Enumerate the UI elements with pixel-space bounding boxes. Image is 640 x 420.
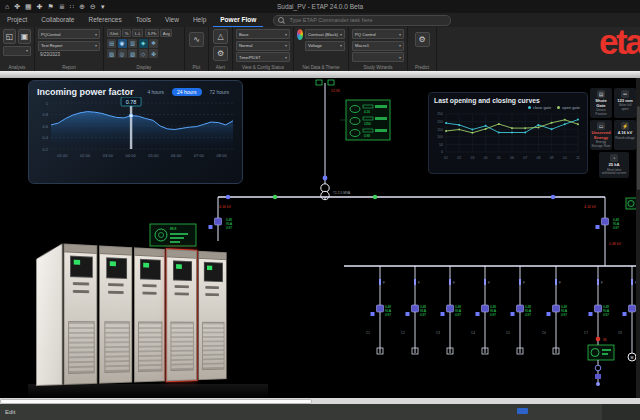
- display-icon[interactable]: ◈: [139, 39, 148, 48]
- cabinet-vent: [68, 321, 94, 374]
- cabinet-handle: [206, 293, 220, 296]
- svg-text:0.8: 0.8: [42, 112, 48, 117]
- ribbon-dropdown-macro1[interactable]: Macro1▾: [352, 41, 404, 51]
- info-tile-3[interactable]: ▭Unserved EnergyEnergy Storage Rate: [590, 120, 612, 150]
- range-tab-24-hours[interactable]: 24 hours: [172, 88, 201, 96]
- color-wheel-icon[interactable]: [297, 29, 303, 40]
- svg-text:M: M: [631, 356, 634, 360]
- ribbon-group-analysis: ◱▣ ▾Analysis: [0, 27, 35, 71]
- switchgear-floor: [28, 384, 268, 398]
- alert-settings-icon[interactable]: ⚙: [213, 46, 228, 61]
- plot-icon[interactable]: ∿: [189, 32, 204, 47]
- svg-text:F: F: [523, 281, 525, 285]
- gate-curves-chart[interactable]: 0102030405060708091011250200150100500: [434, 110, 582, 168]
- ribbon-group-label: View & Config Status: [233, 65, 293, 70]
- svg-text:F: F: [488, 281, 490, 285]
- svg-text:02:00: 02:00: [80, 153, 91, 158]
- info-tile-1[interactable]: ▤Shute GateDevice Position: [590, 88, 612, 118]
- tab-power-flow[interactable]: Power Flow: [213, 13, 263, 28]
- svg-text:C6: C6: [542, 331, 546, 335]
- switchgear-cabinet-5[interactable]: [198, 251, 227, 380]
- search-input[interactable]: [287, 16, 446, 24]
- switchgear-cabinet-3[interactable]: [134, 247, 165, 382]
- analysis-icon[interactable]: ▣: [18, 29, 31, 44]
- switchgear-cabinet-4[interactable]: [167, 249, 197, 381]
- svg-text:52-IN: 52-IN: [331, 89, 340, 93]
- analysis-icon[interactable]: ◱: [3, 29, 16, 44]
- info-tile-5[interactable]: ◔25 kAShort time withstand current: [599, 152, 629, 177]
- svg-text:0.97: 0.97: [603, 313, 609, 317]
- info-tile-subtitle: Valve full open: [615, 104, 635, 111]
- display-option-3Ph[interactable]: 3-Ph: [145, 29, 159, 37]
- alert-bell-icon[interactable]: △: [213, 29, 228, 44]
- display-option-LL[interactable]: L-L: [132, 29, 143, 37]
- display-option-Unit[interactable]: /Unit: [107, 29, 121, 37]
- display-icon[interactable]: ◉: [118, 39, 127, 48]
- theme-dropdown-contrast-black-[interactable]: Contrast (Black)▾: [305, 29, 345, 39]
- report-dropdown-1[interactable]: Text Report▾: [38, 41, 100, 51]
- menu-item-collaborate[interactable]: Collaborate: [34, 13, 81, 26]
- svg-text:F: F: [601, 281, 603, 285]
- menu-item-references[interactable]: References: [81, 13, 128, 26]
- ribbon-dropdown-[interactable]: ▾: [352, 52, 404, 62]
- svg-text:C1: C1: [366, 331, 370, 335]
- info-tile-subtitle: Device Position: [591, 109, 611, 116]
- display-icon[interactable]: ✤: [149, 49, 158, 58]
- analysis-dropdown[interactable]: ▾: [3, 46, 31, 56]
- switchgear-cabinet-2[interactable]: [99, 245, 132, 383]
- vertical-scrollbar[interactable]: [636, 78, 640, 398]
- menu-item-tools[interactable]: Tools: [129, 13, 158, 26]
- ribbon-dropdown-base[interactable]: Base▾: [236, 29, 290, 39]
- switchgear-cabinet-1[interactable]: [64, 243, 98, 385]
- display-icon[interactable]: ▤: [107, 39, 116, 48]
- ribbon-group-plot: ∿Plot: [185, 27, 209, 71]
- cabinet-vent: [104, 321, 129, 373]
- ribbon-dropdown-normal[interactable]: Normal▾: [236, 41, 290, 51]
- menu-bar: ProjectCollaborateReferencesToolsViewHel…: [0, 13, 640, 28]
- display-option-Avg[interactable]: Avg: [160, 29, 172, 37]
- svg-text:01:00: 01:00: [57, 153, 68, 158]
- menu-item-help[interactable]: Help: [186, 13, 213, 26]
- cabinet-handle: [73, 282, 89, 285]
- switchgear-3d-view[interactable]: [28, 226, 268, 398]
- commander-search[interactable]: [273, 15, 451, 26]
- display-icon[interactable]: ◇: [139, 49, 148, 58]
- ribbon-dropdown-time-pdst[interactable]: Time/PDST▾: [236, 52, 290, 62]
- display-option-[interactable]: %: [122, 29, 131, 37]
- ribbon-dropdown-pq-control[interactable]: PQ Control▾: [352, 29, 404, 39]
- gauge-icon: ◔: [610, 154, 618, 162]
- display-icon[interactable]: ◎: [118, 49, 127, 58]
- theme-dropdown-voltage[interactable]: Voltage▾: [305, 41, 345, 51]
- ribbon-group-label: Analysis: [0, 65, 34, 70]
- menu-item-project[interactable]: Project: [0, 13, 34, 26]
- info-tile-subtitle: Rated voltage: [615, 137, 635, 141]
- svg-text:0.4: 0.4: [42, 135, 48, 140]
- svg-text:09: 09: [550, 156, 554, 160]
- display-icon[interactable]: ▨: [128, 49, 137, 58]
- display-icon[interactable]: ❖: [149, 39, 158, 48]
- range-tab-4-hours[interactable]: 4 hours: [142, 88, 169, 96]
- info-tile-4[interactable]: ⚡4.16 kVRated voltage: [614, 120, 636, 150]
- display-icon[interactable]: ▧: [107, 49, 116, 58]
- svg-text:0.78: 0.78: [126, 99, 137, 105]
- ribbon-group-label: Study Wizards: [349, 65, 407, 70]
- svg-text:C8: C8: [618, 331, 622, 335]
- ribbon-group-label: Alert: [209, 65, 232, 70]
- display-icon[interactable]: ▥: [128, 39, 137, 48]
- menu-item-view[interactable]: View: [158, 13, 186, 26]
- oneline-canvas[interactable]: 52-IN4.1612500.98T1 2.5 MVA4.16 kV4.16 k…: [0, 78, 640, 398]
- ruler-icon: ═: [621, 90, 629, 98]
- svg-text:01: 01: [444, 156, 448, 160]
- cabinet-display: [70, 256, 92, 278]
- power-factor-chart[interactable]: 10.80.60.40.201:0002:0003:0004:0005:0006…: [37, 97, 236, 169]
- range-tab-72-hours[interactable]: 72 hours: [205, 88, 234, 96]
- predict-icon[interactable]: ⚙: [415, 32, 430, 47]
- cabinet-handle: [175, 292, 189, 295]
- svg-text:100: 100: [437, 135, 443, 139]
- gate-curves-title: Last opening and closing curves: [434, 97, 582, 104]
- info-tile-2[interactable]: ═123 mmValve full open: [614, 88, 636, 118]
- cabinet-display: [140, 259, 161, 280]
- svg-text:0.97: 0.97: [490, 313, 496, 317]
- cabinet-vent: [138, 321, 162, 372]
- report-dropdown-0[interactable]: PQControl▾: [38, 29, 100, 39]
